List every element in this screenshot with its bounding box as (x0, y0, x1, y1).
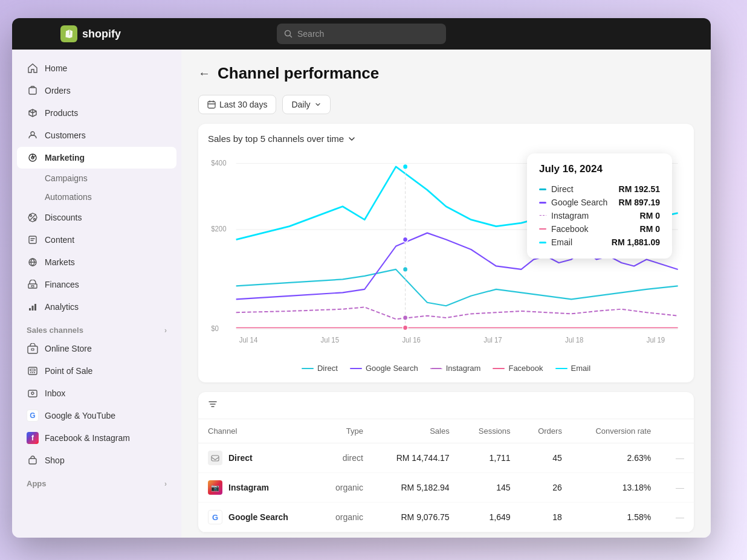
row-channel-instagram: 📷 Instagram (198, 473, 317, 503)
svg-rect-10 (28, 284, 37, 288)
legend-label-facebook: Facebook (508, 364, 543, 373)
tooltip-value-email: RM 1,881.09 (612, 237, 660, 247)
direct-channel-name: Direct (228, 453, 253, 463)
sidebar-item-inbox-label: Inbox (45, 388, 65, 398)
logo-icon (60, 25, 77, 42)
calendar-icon (207, 100, 216, 109)
sidebar-item-orders[interactable]: Orders (17, 80, 176, 101)
legend-line-facebook (493, 368, 505, 369)
sidebar-item-pos[interactable]: Point of Sale (17, 360, 176, 382)
svg-point-6 (30, 215, 32, 217)
search-bar[interactable]: Search (277, 24, 446, 44)
sidebar-item-customers-label: Customers (45, 130, 86, 140)
row-orders-instagram: 26 (520, 473, 572, 503)
tooltip-left-google: Google Search (539, 198, 607, 207)
row-sessions-instagram: 145 (459, 473, 520, 503)
tooltip-row-facebook: Facebook RM 0 (539, 222, 660, 236)
tooltip-dot-google (539, 202, 546, 204)
sidebar-item-google-youtube[interactable]: G Google & YouTube (17, 405, 176, 426)
main-layout: Home Orders Products Custo (12, 50, 711, 538)
svg-rect-21 (34, 372, 35, 373)
chart-legend: Direct Google Search Instagram Facebook (208, 364, 684, 373)
sidebar: Home Orders Products Custo (12, 50, 181, 538)
sidebar-item-finances[interactable]: Finances (17, 274, 176, 295)
row-action-direct: — (661, 443, 694, 473)
svg-line-1 (290, 36, 292, 37)
row-type-instagram: organic (317, 473, 373, 503)
sidebar-item-analytics[interactable]: Analytics (17, 296, 176, 318)
sidebar-item-campaigns[interactable]: Campaigns (17, 169, 176, 187)
tooltip-row-email: Email RM 1,881.09 (539, 236, 660, 249)
tooltip-dot-direct (539, 188, 546, 190)
sidebar-item-analytics-label: Analytics (45, 302, 79, 312)
pos-icon (27, 365, 39, 377)
svg-point-3 (31, 132, 34, 135)
sidebar-item-marketing[interactable]: Marketing (17, 147, 176, 169)
tooltip-value-instagram: RM 0 (640, 211, 660, 220)
sidebar-item-discounts-label: Discounts (45, 213, 82, 222)
sidebar-item-automations-label: Automations (45, 192, 92, 202)
sidebar-item-online-store[interactable]: Online Store (17, 338, 176, 359)
sidebar-item-discounts[interactable]: Discounts (17, 207, 176, 228)
instagram-icon: 📷 (208, 480, 222, 495)
chevron-down-icon (314, 101, 322, 108)
legend-line-direct (302, 368, 314, 369)
markets-icon (27, 256, 39, 268)
sidebar-item-markets-label: Markets (45, 257, 75, 267)
sidebar-item-facebook-instagram[interactable]: f Facebook & Instagram (17, 427, 176, 449)
sales-channels-label: Sales channels (27, 326, 83, 335)
sidebar-item-products[interactable]: Products (17, 102, 176, 124)
legend-label-google: Google Search (366, 364, 418, 373)
tooltip-value-facebook: RM 0 (640, 224, 660, 234)
legend-facebook: Facebook (493, 364, 543, 373)
orders-icon (27, 85, 39, 97)
sidebar-item-pos-label: Point of Sale (45, 366, 92, 376)
svg-text:Jul 18: Jul 18 (565, 335, 584, 343)
tooltip-row-instagram: Instagram RM 0 (539, 209, 660, 222)
tooltip-label-facebook: Facebook (551, 224, 588, 234)
date-range-label: Last 30 days (219, 100, 267, 109)
svg-rect-20 (32, 372, 33, 373)
chart-tooltip: July 16, 2024 Direct RM 192.51 Googl (527, 153, 672, 259)
svg-rect-13 (32, 306, 34, 311)
svg-rect-24 (29, 459, 36, 464)
products-icon (27, 107, 39, 119)
legend-google-search: Google Search (350, 364, 418, 373)
sidebar-item-campaigns-label: Campaigns (45, 173, 88, 183)
row-sessions-google: 1,649 (459, 503, 520, 532)
interval-button[interactable]: Daily (282, 95, 330, 114)
apps-label: Apps (27, 479, 47, 488)
sales-channels-header[interactable]: Sales channels › (12, 318, 181, 337)
row-conversion-instagram: 13.18% (572, 473, 661, 503)
chart-header[interactable]: Sales by top 5 channels over time (208, 134, 684, 144)
legend-line-instagram (430, 368, 442, 369)
svg-rect-19 (30, 372, 31, 373)
sidebar-item-markets[interactable]: Markets (17, 251, 176, 273)
facebook-instagram-icon: f (27, 432, 39, 444)
table-card: Channel Type Sales Sessions Orders Conve… (198, 392, 694, 532)
marketing-icon (27, 152, 39, 164)
sidebar-item-content[interactable]: Content (17, 229, 176, 251)
svg-text:$200: $200 (211, 225, 227, 233)
sidebar-item-customers[interactable]: Customers (17, 124, 176, 146)
tooltip-left-email: Email (539, 237, 572, 247)
sidebar-item-shop[interactable]: Shop (17, 449, 176, 471)
apps-header[interactable]: Apps › (12, 472, 181, 491)
table-row: Direct direct RM 14,744.17 1,711 45 2.63… (198, 443, 694, 473)
col-sales: Sales (373, 419, 459, 443)
sidebar-item-automations[interactable]: Automations (17, 188, 176, 206)
tooltip-label-email: Email (551, 237, 572, 247)
inbox-icon (27, 387, 39, 399)
svg-point-23 (31, 392, 34, 394)
sidebar-item-home[interactable]: Home (17, 57, 176, 79)
table-row: 📷 Instagram organic RM 5,182.94 145 26 1… (198, 473, 694, 503)
tooltip-dot-facebook (539, 228, 546, 230)
svg-rect-8 (29, 236, 36, 243)
svg-text:$400: $400 (211, 158, 227, 166)
sidebar-item-inbox[interactable]: Inbox (17, 382, 176, 404)
sidebar-item-marketing-label: Marketing (45, 153, 85, 163)
date-range-button[interactable]: Last 30 days (198, 95, 276, 114)
logo-text: shopify (82, 28, 121, 40)
content-icon (27, 234, 39, 246)
back-button[interactable]: ← (198, 66, 210, 80)
